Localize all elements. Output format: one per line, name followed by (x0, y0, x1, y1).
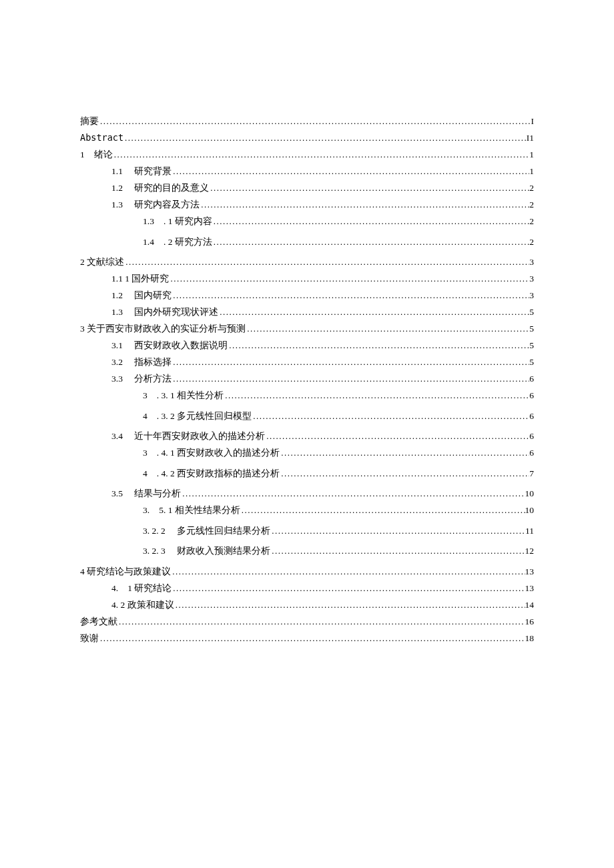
toc-entry: 3. 2. 3 财政收入预测结果分析12 (80, 546, 534, 556)
document-page: 摘要 IAbstract I11 绪论 11.1 研究背景11.2 研究的目的及… (0, 0, 614, 868)
toc-entry: 1.1 研究背景1 (80, 167, 534, 176)
toc-entry-label: 4 研究结论与政策建议 (80, 567, 171, 576)
toc-entry: 3 . 3. 1 相关性分析6 (80, 391, 534, 400)
toc-dot-leader (172, 167, 529, 175)
toc-dot-leader (99, 117, 531, 125)
toc-dot-leader (113, 150, 530, 159)
toc-entry-page: 12 (525, 546, 535, 556)
toc-entry-page: 3 (529, 274, 534, 284)
toc-dot-leader (172, 291, 529, 300)
toc-entry-page: 3 (529, 258, 534, 267)
toc-dot-leader (99, 634, 525, 642)
toc-entry: 3. 2. 2 多元线性回归结果分析11 (80, 526, 534, 536)
toc-entry-label: Abstract (80, 133, 123, 143)
toc-dot-leader (124, 258, 529, 266)
toc-entry: 3.5 结果与分析10 (80, 489, 534, 498)
toc-entry-label: 1.1 研究背景 (111, 167, 172, 176)
toc-entry-page: 5 (529, 358, 534, 367)
toc-entry-label: 3 . 4. 1 西安财政收入的描述分析 (143, 448, 280, 458)
toc-entry-label: 2 文献综述 (80, 258, 124, 267)
toc-dot-leader (117, 617, 525, 626)
toc-entry-page: 2 (529, 217, 534, 226)
toc-dot-leader (123, 133, 527, 142)
toc-entry: 3. 5. 1 相关性结果分析 10 (80, 506, 534, 515)
toc-dot-leader (240, 506, 525, 514)
toc-dot-leader (181, 489, 525, 498)
toc-entry: 1.4 . 2 研究方法2 (80, 238, 534, 247)
toc-entry: 1.1 1 国外研究 3 (80, 274, 534, 284)
toc-dot-leader (270, 526, 525, 535)
toc-entry-page: I (531, 117, 535, 126)
toc-dot-leader (169, 274, 529, 283)
toc-entry-label: 3.1 西安财政收入数据说明 (111, 341, 228, 350)
toc-entry-page: 3 (529, 291, 534, 300)
toc-entry-label: 3.4 近十年西安财政收入的描述分析 (111, 432, 265, 441)
toc-entry-page: 2 (529, 183, 534, 193)
toc-dot-leader (280, 469, 529, 478)
toc-entry-label: 3.2 指标选择 (111, 358, 172, 367)
toc-entry-page: 13 (525, 567, 535, 576)
toc-entry: 3.4 近十年西安财政收入的描述分析6 (80, 432, 534, 441)
toc-entry-label: 1.3 国内外研究现状评述 (111, 308, 218, 317)
toc-entry: 参考文献 16 (80, 617, 534, 626)
toc-dot-leader (270, 546, 525, 555)
toc-entry: 2 文献综述3 (80, 258, 534, 267)
toc-entry-page: 10 (525, 506, 535, 515)
toc-dot-leader (172, 358, 529, 366)
toc-entry: 4. 2 政策和建议14 (80, 600, 534, 610)
toc-entry-label: 1.1 1 国外研究 (111, 274, 169, 284)
toc-entry: 4 . 4. 2 西安财政指标的描述分析7 (80, 469, 534, 478)
toc-entry-label: 3 关于西安市财政收入的实证分析与预测 (80, 324, 246, 334)
toc-entry-page: 1 (529, 167, 534, 176)
toc-entry: Abstract I1 (80, 133, 534, 143)
toc-entry-page: 11 (525, 526, 534, 536)
toc-entry: 3 . 4. 1 西安财政收入的描述分析6 (80, 448, 534, 458)
toc-entry-page: 6 (529, 412, 534, 421)
toc-dot-leader (280, 448, 529, 457)
toc-entry: 致谢 18 (80, 634, 534, 643)
toc-entry: 1.2 国内研究3 (80, 291, 534, 300)
toc-entry: 1.3 . 1 研究内容2 (80, 217, 534, 226)
toc-dot-leader (212, 217, 530, 226)
toc-entry-page: 13 (525, 584, 535, 593)
toc-dot-leader (174, 600, 525, 609)
toc-entry: 1.3 研究内容及方法2 (80, 200, 534, 209)
toc-dot-leader (218, 308, 529, 316)
toc-entry-label: 3. 2. 2 多元线性回归结果分析 (143, 526, 270, 536)
toc-entry-label: 致谢 (80, 634, 99, 643)
toc-entry-label: 3. 2. 3 财政收入预测结果分析 (143, 546, 270, 556)
toc-entry: 3 关于西安市财政收入的实证分析与预测5 (80, 324, 534, 334)
toc-entry-label: 1 绪论 (80, 150, 113, 159)
toc-entry-label: 4. 2 政策和建议 (111, 600, 174, 610)
toc-entry-label: 4. 1 研究结论 (111, 584, 172, 593)
toc-entry: 1.2 研究的目的及意义2 (80, 183, 534, 193)
toc-entry: 3.1 西安财政收入数据说明5 (80, 341, 534, 350)
toc-entry-page: I1 (527, 133, 534, 143)
table-of-contents: 摘要 IAbstract I11 绪论 11.1 研究背景11.2 研究的目的及… (80, 117, 534, 642)
toc-entry-page: 5 (529, 324, 534, 334)
toc-dot-leader (200, 200, 529, 209)
toc-entry-page: 7 (529, 469, 534, 478)
toc-entry-label: 摘要 (80, 117, 99, 126)
toc-entry: 4. 1 研究结论 13 (80, 584, 534, 593)
toc-entry-label: 参考文献 (80, 617, 117, 626)
toc-entry-page: 16 (525, 617, 535, 626)
toc-entry-label: 4 . 4. 2 西安财政指标的描述分析 (143, 469, 280, 478)
toc-entry: 4 研究结论与政策建议13 (80, 567, 534, 576)
toc-dot-leader (246, 324, 529, 333)
toc-entry-page: 5 (529, 308, 534, 317)
toc-entry-label: 1.2 国内研究 (111, 291, 172, 300)
toc-entry-label: 1.4 . 2 研究方法 (143, 238, 212, 247)
toc-entry-page: 2 (529, 200, 534, 209)
toc-dot-leader (172, 584, 525, 592)
toc-entry-label: 3 . 3. 1 相关性分析 (143, 391, 224, 400)
toc-entry-label: 3.3 分析方法 (111, 374, 172, 384)
toc-dot-leader (252, 412, 529, 420)
toc-entry-label: 3. 5. 1 相关性结果分析 (143, 506, 240, 515)
toc-entry: 3.3 分析方法6 (80, 374, 534, 384)
toc-entry-label: 4 . 3. 2 多元线性回归模型 (143, 412, 252, 421)
toc-entry-label: 1.3 . 1 研究内容 (143, 217, 212, 226)
toc-entry: 3.2 指标选择5 (80, 358, 534, 367)
toc-entry: 摘要 I (80, 117, 534, 126)
toc-dot-leader (172, 374, 529, 383)
